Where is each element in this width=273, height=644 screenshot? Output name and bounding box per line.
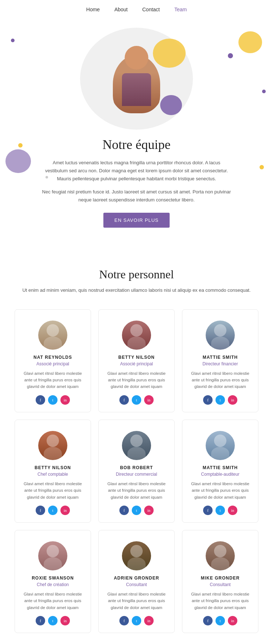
team-member-role: Directeur financier — [202, 361, 238, 366]
team-card: MATTIE SMITH Comptable-auditeur Glavi am… — [182, 420, 258, 523]
social-icons: f t in — [203, 395, 237, 405]
team-avatar — [206, 431, 235, 460]
social-icons: f t in — [36, 616, 70, 625]
twitter-icon[interactable]: t — [48, 506, 58, 515]
social-icons: f t in — [119, 506, 154, 515]
instagram-icon[interactable]: in — [60, 506, 70, 515]
facebook-icon[interactable]: f — [203, 616, 213, 625]
hero-paragraph2: Nec feugiat nisl pretium fusce id. Justo… — [42, 188, 231, 204]
team-member-name: ROXIE SWANSON — [32, 576, 74, 581]
team-member-role: Consultant — [210, 582, 230, 587]
team-member-desc: Glavi amet ritnsl libero molestie ante u… — [189, 591, 252, 611]
facebook-icon[interactable]: f — [119, 395, 129, 405]
nav-about[interactable]: About — [114, 7, 128, 12]
team-avatar — [122, 431, 151, 460]
facebook-icon[interactable]: f — [119, 506, 129, 515]
instagram-icon[interactable]: in — [144, 395, 154, 405]
team-card: MATTIE SMITH Directeur financier Glavi a… — [182, 309, 258, 412]
facebook-icon[interactable]: f — [36, 506, 45, 515]
social-icons: f t in — [203, 506, 237, 515]
team-member-name: NAT REYNOLDS — [33, 355, 72, 360]
facebook-icon[interactable]: f — [119, 616, 129, 625]
instagram-icon[interactable]: in — [228, 395, 237, 405]
team-member-role: Chef de création — [37, 582, 69, 587]
team-card: BETTY NILSON Chef comptable Glavi amet r… — [15, 420, 91, 523]
dec-dot-5 — [262, 90, 266, 93]
team-member-desc: Glavi amet ritnsl libero molestie ante u… — [21, 370, 84, 390]
team-member-name: ADRIEN GRONDER — [114, 576, 159, 581]
team-card: ROXIE SWANSON Chef de création Glavi ame… — [15, 530, 91, 633]
hero-paragraph1: Amet luctus venenatis lectus magna fring… — [42, 159, 231, 183]
social-icons: f t in — [119, 616, 154, 625]
team-member-desc: Glavi amet ritnsl libero molestie ante u… — [189, 480, 252, 500]
personnel-section: Notre personnel Ut enim ad minim veniam,… — [0, 250, 273, 644]
team-member-desc: Glavi amet ritnsl libero molestie ante u… — [21, 591, 84, 611]
dec-purple-blob — [5, 149, 31, 173]
team-member-desc: Glavi amet ritnsl libero molestie ante u… — [105, 480, 168, 500]
team-avatar — [122, 541, 151, 570]
instagram-icon[interactable]: in — [228, 616, 237, 625]
personnel-title: Notre personnel — [15, 268, 258, 281]
personnel-subtitle: Ut enim ad minim veniam, quis nostrud ex… — [15, 286, 258, 294]
facebook-icon[interactable]: f — [203, 395, 213, 405]
team-member-desc: Glavi amet ritnsl libero molestie ante u… — [105, 591, 168, 611]
nav-home[interactable]: Home — [86, 7, 100, 12]
team-member-desc: Glavi amet ritnsl libero molestie ante u… — [189, 370, 252, 390]
team-avatar — [38, 541, 67, 570]
twitter-icon[interactable]: t — [48, 616, 58, 625]
team-avatar — [38, 321, 67, 350]
team-card: ADRIEN GRONDER Consultant Glavi amet rit… — [98, 530, 175, 633]
team-member-desc: Glavi amet ritnsl libero molestie ante u… — [105, 370, 168, 390]
twitter-icon[interactable]: t — [132, 616, 141, 625]
team-card: BOB ROBERT Directeur commercial Glavi am… — [98, 420, 175, 523]
team-member-name: MATTIE SMITH — [203, 465, 238, 470]
hero-cta-button[interactable]: EN SAVOIR PLUS — [103, 213, 169, 228]
instagram-icon[interactable]: in — [144, 506, 154, 515]
team-avatar — [206, 321, 235, 350]
social-icons: f t in — [36, 506, 70, 515]
facebook-icon[interactable]: f — [36, 616, 45, 625]
twitter-icon[interactable]: t — [215, 395, 225, 405]
team-member-role: Chef comptable — [37, 472, 68, 477]
instagram-icon[interactable]: in — [60, 395, 70, 405]
twitter-icon[interactable]: t — [215, 616, 225, 625]
facebook-icon[interactable]: f — [203, 506, 213, 515]
hero-title: Notre équipe — [103, 137, 171, 152]
instagram-icon[interactable]: in — [144, 616, 154, 625]
team-card: BETTY NILSON Associé principal Glavi ame… — [98, 309, 175, 412]
team-member-role: Comptable-auditeur — [201, 472, 239, 477]
twitter-icon[interactable]: t — [48, 395, 58, 405]
hero-section: Notre équipe Amet luctus venenatis lectu… — [0, 17, 273, 250]
team-member-name: BETTY NILSON — [118, 355, 155, 360]
instagram-icon[interactable]: in — [60, 616, 70, 625]
team-member-desc: Glavi amet ritnsl libero molestie ante u… — [21, 480, 84, 500]
team-card: NAT REYNOLDS Associé principal Glavi ame… — [15, 309, 91, 412]
social-icons: f t in — [36, 395, 70, 405]
team-member-role: Associé principal — [36, 361, 69, 366]
nav-contact[interactable]: Contact — [142, 7, 160, 12]
team-member-role: Consultant — [126, 582, 147, 587]
team-grid: NAT REYNOLDS Associé principal Glavi ame… — [15, 309, 258, 633]
dec-dot-1 — [11, 39, 15, 42]
twitter-icon[interactable]: t — [215, 506, 225, 515]
team-avatar — [206, 541, 235, 570]
social-icons: f t in — [119, 395, 154, 405]
team-avatar — [38, 431, 67, 460]
team-card: MIKE GRONDER Consultant Glavi amet ritns… — [182, 530, 258, 633]
instagram-icon[interactable]: in — [228, 506, 237, 515]
team-member-name: MATTIE SMITH — [203, 355, 238, 360]
dec-dot-2 — [228, 53, 233, 58]
social-icons: f t in — [203, 616, 237, 625]
navigation: Home About Contact Team — [0, 0, 273, 17]
team-member-role: Associé principal — [120, 361, 153, 366]
team-member-name: MIKE GRONDER — [201, 576, 240, 581]
dec-dot-6 — [260, 165, 264, 169]
facebook-icon[interactable]: f — [36, 395, 45, 405]
twitter-icon[interactable]: t — [132, 506, 141, 515]
team-member-name: BETTY NILSON — [35, 465, 71, 470]
nav-team[interactable]: Team — [174, 7, 187, 12]
twitter-icon[interactable]: t — [132, 395, 141, 405]
dec-yellow-blob — [238, 31, 262, 53]
hero-avatar — [109, 44, 164, 113]
team-member-role: Directeur commercial — [116, 472, 157, 477]
